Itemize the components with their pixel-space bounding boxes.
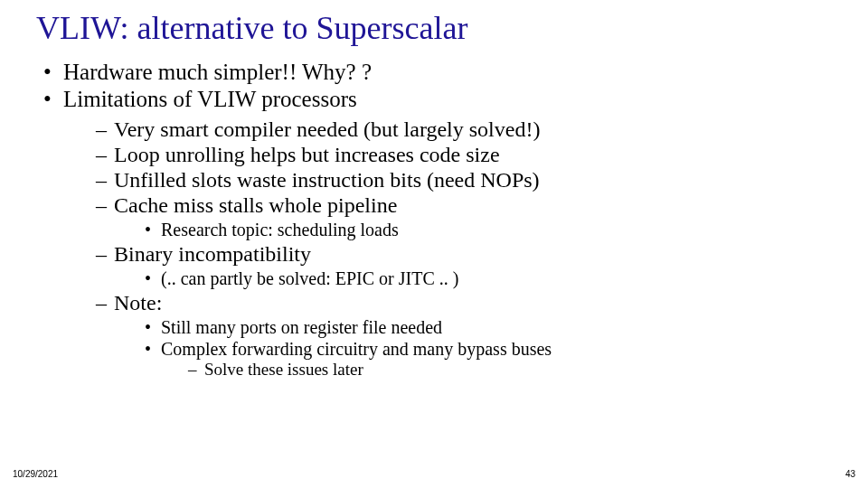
subsub-text: Complex forwarding circuitry and many by… — [161, 339, 552, 359]
sub-item: Very smart compiler needed (but largely … — [96, 117, 832, 142]
subsub-list: (.. can partly be solved: EPIC or JITC .… — [145, 268, 832, 289]
sub-item: Binary incompatibility (.. can partly be… — [96, 242, 832, 289]
subsub-list: Still many ports on register file needed… — [145, 317, 832, 380]
subsub-list: Research topic: scheduling loads — [145, 220, 832, 240]
subsub-item: Research topic: scheduling loads — [145, 220, 832, 240]
bullet-item: Hardware much simpler!! Why? ? — [43, 60, 832, 85]
subsub-item: (.. can partly be solved: EPIC or JITC .… — [145, 268, 832, 289]
bullet-list: Hardware much simpler!! Why? ? Limitatio… — [43, 60, 832, 380]
sub-item: Note: Still many ports on register file … — [96, 291, 832, 380]
bullet-text: Limitations of VLIW processors — [63, 87, 357, 111]
sub-list: Very smart compiler needed (but largely … — [96, 117, 832, 380]
sub-text: Binary incompatibility — [114, 242, 311, 266]
bullet-item: Limitations of VLIW processors Very smar… — [43, 87, 832, 380]
slide-title: VLIW: alternative to Superscalar — [36, 9, 832, 47]
sub-item: Loop unrolling helps but increases code … — [96, 143, 832, 167]
sub-text: Cache miss stalls whole pipeline — [114, 193, 397, 217]
sub-text: Note: — [114, 291, 162, 314]
subsubsub-list: Solve these issues later — [188, 360, 832, 380]
subsub-item: Still many ports on register file needed — [145, 317, 832, 338]
subsub-item: Complex forwarding circuitry and many by… — [145, 339, 832, 380]
subsubsub-item: Solve these issues later — [188, 360, 832, 380]
sub-item: Cache miss stalls whole pipeline Researc… — [96, 193, 832, 240]
sub-item: Unfilled slots waste instruction bits (n… — [96, 168, 832, 192]
footer-date: 10/29/2021 — [13, 469, 58, 479]
slide: VLIW: alternative to Superscalar Hardwar… — [0, 0, 868, 488]
footer-page-number: 43 — [845, 469, 855, 479]
